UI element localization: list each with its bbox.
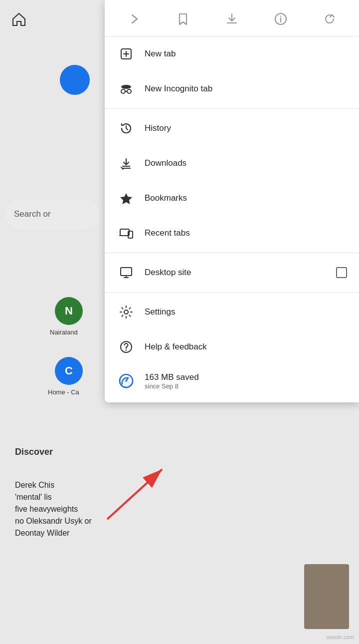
- forward-button[interactable]: [124, 9, 144, 29]
- menu-toolbar: [105, 0, 359, 36]
- menu-item-recent-tabs[interactable]: Recent tabs: [105, 216, 359, 251]
- svg-point-13: [124, 310, 128, 314]
- svg-point-7: [121, 89, 125, 93]
- divider-1: [105, 108, 359, 109]
- article-thumbnail: [304, 564, 349, 629]
- savings-icon: [117, 371, 136, 390]
- bookmarks-icon: [117, 189, 136, 208]
- refresh-button[interactable]: [320, 9, 340, 29]
- nairaland-favicon[interactable]: N: [55, 297, 83, 325]
- info-button[interactable]: [271, 9, 291, 29]
- menu-item-new-tab[interactable]: New tab: [105, 36, 359, 71]
- avatar-blue: [60, 65, 90, 95]
- article-text: Derek Chis 'mental' lis five heavyweight…: [15, 479, 224, 539]
- menu-item-bookmarks[interactable]: Bookmarks: [105, 181, 359, 216]
- menu-item-incognito[interactable]: New Incognito tab: [105, 71, 359, 106]
- incognito-label: New Incognito tab: [145, 84, 347, 94]
- downloads-label: Downloads: [145, 158, 347, 168]
- svg-rect-6: [122, 86, 130, 87]
- divider-3: [105, 292, 359, 293]
- svg-point-15: [126, 349, 127, 350]
- discover-heading: Discover: [15, 447, 53, 457]
- saved-info-text: 163 MB saved since Sep 8: [145, 372, 199, 390]
- new-tab-icon: [117, 44, 136, 63]
- dropdown-menu: New tab New Incognito tab: [105, 0, 359, 402]
- help-icon: [117, 337, 136, 356]
- nairaland-label: Nairaland: [50, 328, 78, 336]
- svg-point-8: [127, 89, 131, 93]
- divider-2: [105, 253, 359, 253]
- menu-item-downloads[interactable]: Downloads: [105, 146, 359, 181]
- menu-item-help[interactable]: Help & feedback: [105, 329, 359, 364]
- svg-marker-9: [120, 193, 132, 204]
- history-icon: [117, 119, 136, 138]
- menu-item-settings[interactable]: Settings: [105, 295, 359, 329]
- saved-since-text: since Sep 8: [145, 382, 199, 390]
- c-favicon[interactable]: C: [55, 357, 83, 385]
- c-label: Home - Ca: [48, 388, 79, 396]
- saved-info-row: 163 MB saved since Sep 8: [105, 364, 359, 397]
- desktop-icon: [117, 263, 136, 282]
- new-tab-label: New tab: [145, 49, 347, 59]
- bookmarks-label: Bookmarks: [145, 193, 347, 203]
- settings-icon: [117, 303, 136, 322]
- menu-item-desktop-site[interactable]: Desktop site: [105, 255, 359, 290]
- settings-label: Settings: [145, 307, 347, 317]
- svg-rect-12: [121, 268, 132, 276]
- incognito-icon: [117, 79, 136, 98]
- watermark: wsxdn.com: [327, 634, 354, 640]
- saved-mb-text: 163 MB saved: [145, 372, 199, 382]
- home-icon[interactable]: [10, 10, 28, 28]
- recent-tabs-label: Recent tabs: [145, 228, 347, 238]
- downloads-icon: [117, 154, 136, 173]
- desktop-site-label: Desktop site: [145, 268, 336, 278]
- search-text: Search or: [14, 209, 51, 219]
- search-bar[interactable]: Search or: [5, 200, 100, 229]
- menu-item-history[interactable]: History: [105, 111, 359, 146]
- help-label: Help & feedback: [145, 342, 347, 352]
- desktop-site-checkbox[interactable]: [336, 267, 347, 278]
- recent-tabs-icon: [117, 224, 136, 243]
- bookmark-button[interactable]: [173, 9, 193, 29]
- history-label: History: [145, 123, 347, 133]
- download-button[interactable]: [222, 9, 242, 29]
- svg-point-3: [280, 15, 281, 16]
